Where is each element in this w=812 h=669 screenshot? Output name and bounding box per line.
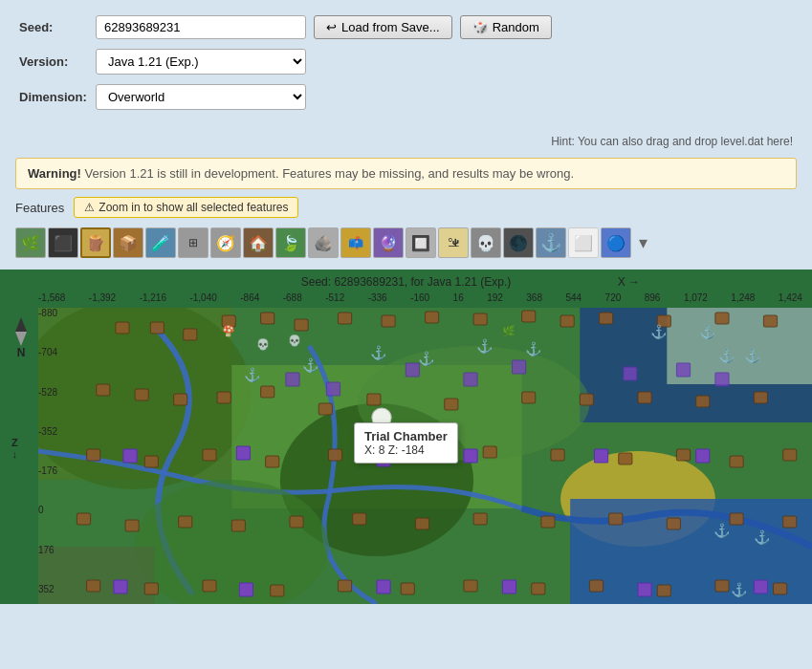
tooltip-title: Trial Chamber xyxy=(364,429,448,443)
feature-icon-wood[interactable]: 🪵 xyxy=(80,227,111,258)
svg-text:⚓: ⚓ xyxy=(244,366,261,383)
random-button[interactable]: 🎲 Random xyxy=(460,15,552,39)
svg-rect-79 xyxy=(179,516,192,528)
svg-text:⚓: ⚓ xyxy=(370,344,387,361)
zoom-features-button[interactable]: ⚠ Zoom in to show all selected features xyxy=(74,197,298,218)
svg-rect-92 xyxy=(87,580,100,592)
svg-rect-66 xyxy=(551,449,564,461)
svg-rect-42 xyxy=(513,360,526,374)
svg-rect-27 xyxy=(763,315,777,327)
svg-rect-75 xyxy=(594,449,607,463)
svg-rect-103 xyxy=(774,583,787,594)
svg-rect-84 xyxy=(473,513,487,525)
svg-rect-39 xyxy=(326,382,340,396)
svg-rect-17 xyxy=(295,319,308,331)
feature-icon-grid[interactable]: ⊞ xyxy=(178,227,208,258)
feature-icon-biome[interactable]: 🌿 xyxy=(15,227,46,258)
feature-icon-stone[interactable]: 🪨 xyxy=(308,227,339,258)
svg-rect-58 xyxy=(754,392,767,403)
svg-rect-105 xyxy=(239,583,252,596)
feature-icon-dark2[interactable]: 🌑 xyxy=(503,227,534,258)
svg-text:⚓: ⚓ xyxy=(525,340,542,357)
feature-icon-dark[interactable]: ⬛ xyxy=(48,227,78,258)
map-tooltip: Trial Chamber X: 8 Z: -184 xyxy=(354,422,458,464)
svg-text:💀: 💀 xyxy=(288,334,301,347)
svg-rect-38 xyxy=(286,373,299,386)
dimension-label: Dimension: xyxy=(19,90,96,104)
svg-text:⚓: ⚓ xyxy=(731,581,748,598)
feature-icon-sand[interactable]: 🏜 xyxy=(438,227,469,258)
svg-rect-109 xyxy=(754,580,767,593)
svg-rect-12 xyxy=(116,322,129,334)
dimension-select[interactable]: Overworld Nether End xyxy=(96,84,306,110)
svg-rect-77 xyxy=(77,513,90,525)
more-features-button[interactable]: ▾ xyxy=(633,227,652,258)
svg-rect-70 xyxy=(783,449,797,461)
version-select[interactable]: Java 1.21 (Exp.) Java 1.20 Java 1.19 Bed… xyxy=(96,49,306,75)
svg-rect-24 xyxy=(600,313,613,324)
feature-icon-chest2[interactable]: 📫 xyxy=(340,227,371,258)
feature-icon-purple[interactable]: 🔮 xyxy=(373,227,404,258)
svg-rect-53 xyxy=(445,399,458,410)
svg-rect-26 xyxy=(715,313,729,324)
svg-rect-60 xyxy=(144,456,158,467)
svg-rect-57 xyxy=(696,396,710,407)
svg-rect-41 xyxy=(464,373,477,386)
svg-text:🌿: 🌿 xyxy=(502,324,516,337)
feature-icon-gray[interactable]: 🔲 xyxy=(406,227,436,258)
svg-rect-69 xyxy=(730,456,743,467)
feature-icon-skull[interactable]: 💀 xyxy=(471,227,501,258)
svg-rect-93 xyxy=(144,583,158,594)
compass: N xyxy=(11,317,31,359)
svg-rect-101 xyxy=(657,585,670,596)
svg-text:💀: 💀 xyxy=(256,337,270,351)
svg-rect-21 xyxy=(473,313,487,325)
y-coord-scale: -880 -704 -528 -352 -176 0 176 352 xyxy=(38,308,57,594)
feature-icon-chest[interactable]: 📦 xyxy=(113,227,143,258)
svg-rect-80 xyxy=(231,520,245,531)
svg-text:⚓: ⚓ xyxy=(713,522,731,539)
map-container[interactable]: Seed: 62893689231, for Java 1.21 (Exp.) … xyxy=(0,270,812,604)
seed-input[interactable] xyxy=(96,15,306,39)
tooltip-coord: X: 8 Z: -184 xyxy=(364,443,448,457)
svg-rect-100 xyxy=(589,580,603,592)
svg-rect-86 xyxy=(609,513,623,525)
svg-rect-61 xyxy=(203,449,216,461)
svg-rect-62 xyxy=(266,456,279,467)
svg-rect-89 xyxy=(783,516,797,528)
feature-icon-leaves[interactable]: 🍃 xyxy=(275,227,306,258)
svg-rect-50 xyxy=(261,386,274,398)
svg-rect-18 xyxy=(338,313,351,324)
feature-icon-bottle[interactable]: 🧪 xyxy=(145,227,176,258)
svg-rect-19 xyxy=(382,315,395,327)
svg-rect-78 xyxy=(125,520,139,531)
svg-rect-43 xyxy=(624,367,637,380)
svg-rect-22 xyxy=(522,311,536,322)
svg-rect-98 xyxy=(464,580,477,592)
svg-rect-40 xyxy=(406,363,419,377)
load-save-button[interactable]: ↩ Load from Save... xyxy=(314,15,452,39)
z-label: Z ↓ xyxy=(11,437,18,460)
feature-icon-blue[interactable]: 🔵 xyxy=(601,227,631,258)
svg-rect-46 xyxy=(97,384,110,396)
feature-icon-anchor[interactable]: ⚓ xyxy=(536,227,566,258)
map-x-arrow: X → xyxy=(618,275,640,289)
svg-rect-51 xyxy=(318,403,332,415)
compass-arrow-icon xyxy=(11,317,31,346)
compass-n-label: N xyxy=(17,346,26,359)
svg-text:⚓: ⚓ xyxy=(744,347,761,364)
feature-icon-house[interactable]: 🏠 xyxy=(243,227,274,258)
feature-icon-white[interactable]: ⬜ xyxy=(568,227,599,258)
svg-rect-23 xyxy=(560,315,574,327)
warning-bold: Warning! xyxy=(28,166,81,181)
warning-text: Version 1.21 is still in development. Fe… xyxy=(84,166,574,181)
svg-rect-71 xyxy=(123,449,137,463)
svg-rect-52 xyxy=(367,394,381,405)
map-seed-info: Seed: 62893689231, for Java 1.21 (Exp.) xyxy=(301,275,512,289)
svg-rect-67 xyxy=(619,453,632,464)
svg-rect-56 xyxy=(638,392,651,403)
svg-rect-14 xyxy=(184,329,197,340)
svg-rect-94 xyxy=(203,580,216,592)
feature-icon-compass[interactable]: 🧭 xyxy=(210,227,241,258)
features-label: Features xyxy=(15,201,64,215)
